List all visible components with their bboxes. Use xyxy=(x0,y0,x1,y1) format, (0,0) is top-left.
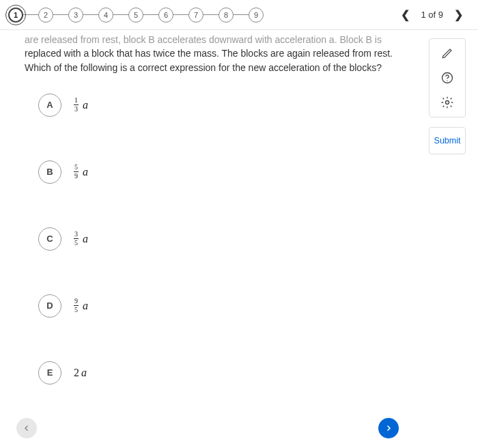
option-label: 13a xyxy=(74,97,88,113)
submit-button[interactable]: Submit xyxy=(429,127,466,154)
next-question-top[interactable]: ❯ xyxy=(451,7,466,23)
option-label: 35a xyxy=(74,231,88,247)
option-letter[interactable]: A xyxy=(38,94,61,117)
pencil-icon[interactable] xyxy=(440,46,455,61)
option-C[interactable]: C35a xyxy=(38,227,451,251)
progress-dash xyxy=(23,14,38,15)
progress-step-9[interactable]: 9 xyxy=(249,8,264,23)
question-line-cut: are released from rest, block B accelera… xyxy=(25,34,382,45)
svg-point-2 xyxy=(446,101,449,104)
option-letter[interactable]: D xyxy=(38,294,61,318)
progress-step-3[interactable]: 3 xyxy=(68,8,83,23)
progress-dash xyxy=(234,14,249,15)
bottom-nav xyxy=(0,418,478,438)
option-E[interactable]: E2a xyxy=(38,361,451,384)
prev-question-top[interactable]: ❮ xyxy=(398,7,412,23)
progress-step-8[interactable]: 8 xyxy=(219,8,234,23)
option-label: 59a xyxy=(74,164,88,180)
question-text: are released from rest, block B accelera… xyxy=(25,33,451,74)
progress-dash xyxy=(143,14,158,15)
progress-step-2[interactable]: 2 xyxy=(38,8,53,23)
tools-sidebar: Submit xyxy=(429,38,466,154)
progress-dash xyxy=(203,14,219,15)
option-letter[interactable]: B xyxy=(38,160,61,184)
progress-dash xyxy=(83,14,98,15)
next-button[interactable] xyxy=(378,418,399,438)
content-area: are released from rest, block B accelera… xyxy=(0,30,478,384)
progress-step-1[interactable]: 1 xyxy=(8,8,23,23)
help-icon[interactable] xyxy=(440,70,455,85)
progress-dash xyxy=(173,14,188,15)
question-counter: 1 of 9 xyxy=(421,10,443,20)
gear-icon[interactable] xyxy=(440,95,455,110)
tools-card xyxy=(429,38,466,117)
option-A[interactable]: A13a xyxy=(38,94,451,117)
top-bar: 123456789 ❮ 1 of 9 ❯ xyxy=(0,0,478,30)
option-letter[interactable]: C xyxy=(38,227,61,251)
progress-step-5[interactable]: 5 xyxy=(128,8,143,23)
progress-dash xyxy=(113,14,128,15)
prev-button[interactable] xyxy=(16,418,37,438)
option-letter[interactable]: E xyxy=(38,361,61,384)
question-line-3: Which of the following is a correct expr… xyxy=(25,62,382,73)
option-B[interactable]: B59a xyxy=(38,160,451,184)
option-label: 2a xyxy=(74,367,87,379)
progress-step-7[interactable]: 7 xyxy=(188,8,203,23)
options-list: A13aB59aC35aD95aE2a xyxy=(38,94,451,384)
question-line-2: replaced with a block that has twice the… xyxy=(25,48,393,59)
option-label: 95a xyxy=(74,298,88,313)
progress-step-6[interactable]: 6 xyxy=(158,8,173,23)
progress-step-4[interactable]: 4 xyxy=(98,8,113,23)
top-nav: ❮ 1 of 9 ❯ xyxy=(398,7,470,23)
svg-point-1 xyxy=(447,81,447,81)
progress-dash xyxy=(53,14,68,15)
option-D[interactable]: D95a xyxy=(38,294,451,318)
progress-tracker: 123456789 xyxy=(8,8,398,23)
